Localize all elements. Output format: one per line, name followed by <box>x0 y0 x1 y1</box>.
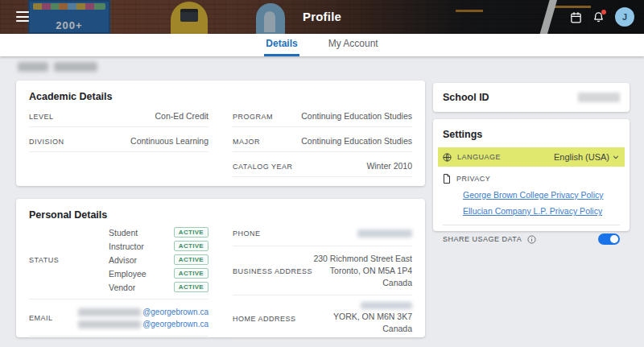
division-label: DIVISION <box>29 138 64 146</box>
business-address-line: Toronto, ON M5A 1P4 <box>313 265 412 277</box>
email-entry: @georgebrown.ca <box>78 320 208 328</box>
home-address-value: YORK, ON M6N 3K7 Canada <box>333 302 412 335</box>
school-id-value-redacted <box>578 93 620 102</box>
menu-icon <box>16 16 29 18</box>
avatar-initial: J <box>622 12 627 22</box>
notification-badge <box>601 10 606 14</box>
status-name: Vendor <box>109 283 135 292</box>
email-list: @georgebrown.ca @georgebrown.ca <box>78 308 208 328</box>
level-value: Con-Ed Credit <box>155 111 208 121</box>
settings-title: Settings <box>443 129 620 140</box>
privacy-section-header: PRIVACY <box>443 174 620 184</box>
calendar-button[interactable] <box>570 11 582 23</box>
home-address-line: YORK, ON M6N 3K7 <box>333 311 412 323</box>
business-address-line: Canada <box>313 277 412 289</box>
academic-details-card: Academic Details LEVEL Con-Ed Credit DIV… <box>16 81 425 186</box>
catalog-year-value: Winter 2010 <box>366 161 412 171</box>
share-usage-toggle[interactable] <box>598 233 620 245</box>
email-link[interactable]: @georgebrown.ca <box>142 320 208 328</box>
main-content: Academic Details LEVEL Con-Ed Credit DIV… <box>0 56 644 347</box>
status-name: Employee <box>109 269 147 279</box>
catalog-year-row: CATALOG YEAR Winter 2010 <box>233 152 412 177</box>
document-icon <box>443 174 451 184</box>
share-usage-label: SHARE USAGE DATA <box>443 235 522 243</box>
email-label: EMAIL <box>29 314 53 322</box>
business-address-row: BUSINESS ADDRESS 230 Richmond Street Eas… <box>233 246 412 295</box>
settings-card: Settings LANGUAGE English (USA) PRIVACY … <box>433 119 630 231</box>
division-row: DIVISION Continuous Learning <box>29 127 208 152</box>
personal-details-card: Personal Details STATUS Student ACTIVE I… <box>16 199 425 337</box>
phone-row: PHONE <box>233 221 412 246</box>
school-id-title: School ID <box>443 92 489 103</box>
chevron-down-icon <box>612 153 620 161</box>
email-row: EMAIL @georgebrown.ca @georgebrown.ca <box>29 299 208 337</box>
privacy-policy-link-gbc[interactable]: George Brown College Privacy Policy <box>463 190 620 200</box>
home-address-line: Canada <box>333 323 412 335</box>
status-item: Vendor ACTIVE <box>109 282 208 292</box>
privacy-links: George Brown College Privacy Policy Ellu… <box>463 190 620 216</box>
status-badge: ACTIVE <box>174 227 208 238</box>
phone-label: PHONE <box>233 229 261 238</box>
business-address-value: 230 Richmond Street East Toronto, ON M5A… <box>313 253 412 289</box>
status-item: Student ACTIVE <box>109 227 208 238</box>
level-label: LEVEL <box>29 113 54 121</box>
status-label: STATUS <box>29 256 59 264</box>
catalog-year-label: CATALOG YEAR <box>233 163 293 171</box>
status-name: Student <box>109 228 138 238</box>
settings-divider <box>443 225 620 225</box>
academic-details-title: Academic Details <box>29 91 412 102</box>
personal-details-title: Personal Details <box>29 209 412 221</box>
globe-icon <box>443 153 452 162</box>
email-user-redacted <box>78 320 141 328</box>
menu-button[interactable] <box>16 11 29 22</box>
status-list: Student ACTIVE Instructor ACTIVE Advisor… <box>109 227 208 292</box>
menu-icon <box>16 11 29 13</box>
calendar-icon <box>570 11 582 23</box>
major-label: MAJOR <box>233 138 260 146</box>
status-item: Employee ACTIVE <box>109 268 208 279</box>
user-name-redacted <box>18 62 97 72</box>
status-badge: ACTIVE <box>174 268 208 279</box>
notifications-button[interactable] <box>592 11 605 23</box>
email-user-redacted <box>78 308 141 316</box>
privacy-policy-link-ellucian[interactable]: Ellucian Company L.P. Privacy Policy <box>463 206 620 216</box>
email-link[interactable]: @georgebrown.ca <box>142 308 208 316</box>
level-row: LEVEL Con-Ed Credit <box>29 102 208 127</box>
language-label: LANGUAGE <box>457 153 501 161</box>
program-row: PROGRAM Continuing Education Studies <box>233 102 412 127</box>
status-name: Advisor <box>109 255 137 265</box>
home-address-label: HOME ADDRESS <box>233 315 296 323</box>
status-badge: ACTIVE <box>174 282 208 292</box>
major-row: MAJOR Continuing Education Studies <box>233 127 412 152</box>
privacy-label: PRIVACY <box>456 175 490 183</box>
home-address-row: HOME ADDRESS YORK, ON M6N 3K7 Canada <box>233 295 412 341</box>
app-header: Profile J <box>0 0 644 34</box>
program-label: PROGRAM <box>233 113 273 121</box>
business-address-line: 230 Richmond Street East <box>313 253 412 265</box>
status-name: Instructor <box>109 242 144 251</box>
language-setting-row[interactable]: LANGUAGE English (USA) <box>438 147 625 167</box>
info-icon[interactable] <box>527 235 536 244</box>
menu-icon <box>16 20 29 22</box>
header-actions: J <box>570 0 634 34</box>
home-address-redacted <box>361 302 412 309</box>
major-value: Continuing Education Studies <box>301 136 412 146</box>
share-usage-row: SHARE USAGE DATA <box>443 233 620 245</box>
language-selected: English (USA) <box>554 152 609 162</box>
program-value: Continuing Education Studies <box>301 111 412 121</box>
tab-my-account[interactable]: My Account <box>327 34 380 56</box>
status-badge: ACTIVE <box>174 241 208 251</box>
school-id-card: School ID <box>433 83 630 112</box>
status-item: Advisor ACTIVE <box>109 254 208 265</box>
tab-details[interactable]: Details <box>264 34 299 56</box>
language-value[interactable]: English (USA) <box>554 152 620 162</box>
status-item: Instructor ACTIVE <box>109 241 208 251</box>
email-entry: @georgebrown.ca <box>78 308 208 316</box>
business-address-label: BUSINESS ADDRESS <box>233 267 312 275</box>
status-row: STATUS Student ACTIVE Instructor ACTIVE … <box>29 221 208 299</box>
tab-bar: Details My Account <box>0 34 644 56</box>
phone-value-redacted <box>357 229 412 238</box>
page-title: Profile <box>303 0 341 34</box>
avatar[interactable]: J <box>615 7 634 27</box>
status-badge: ACTIVE <box>174 254 208 265</box>
